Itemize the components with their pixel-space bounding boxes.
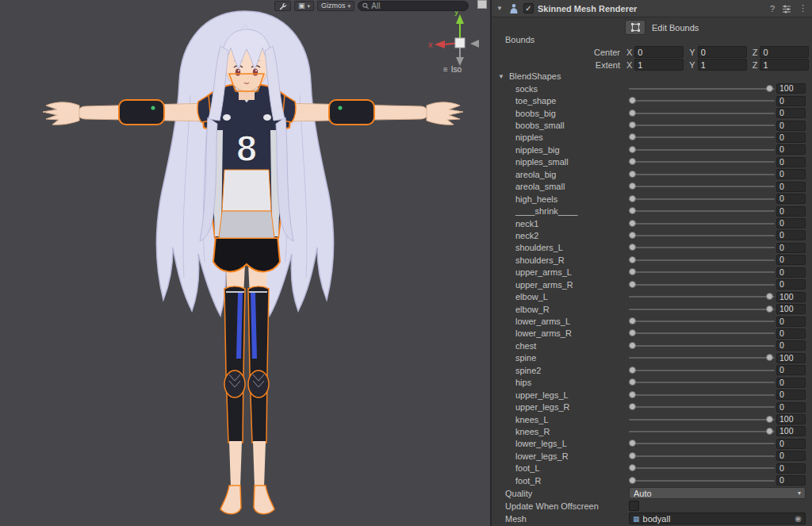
update-offscreen-checkbox[interactable] (629, 501, 639, 511)
blendshape-slider-handle[interactable] (766, 85, 773, 92)
blendshape-value-field[interactable]: 0 (776, 194, 806, 204)
blendshape-value-field[interactable]: 0 (776, 378, 806, 388)
mesh-object-field[interactable]: ▦ bodyall ◉ (629, 513, 806, 524)
blendshape-slider-handle[interactable] (629, 403, 636, 410)
character-model[interactable]: 8 (0, 0, 490, 526)
blendshape-slider[interactable] (629, 156, 775, 168)
blendshape-value-field[interactable]: 0 (776, 390, 806, 400)
blendshape-slider-handle[interactable] (629, 329, 636, 336)
blendshape-value-field[interactable]: 0 (776, 132, 806, 143)
blendshape-value-field[interactable]: 0 (776, 328, 806, 339)
blendshape-slider-handle[interactable] (766, 416, 773, 423)
blendshape-slider[interactable] (629, 242, 775, 254)
blendshape-slider-handle[interactable] (629, 367, 636, 374)
blendshape-slider[interactable] (629, 83, 775, 94)
blendshape-value-field[interactable]: 0 (776, 451, 806, 461)
scene-view[interactable]: 8 ▣ (0, 0, 490, 526)
blendshape-value-field[interactable]: 0 (776, 182, 806, 192)
gizmos-dropdown[interactable]: Gizmos ▾ (317, 1, 354, 11)
kebab-menu-icon[interactable]: ⋮ (799, 3, 807, 13)
blendshape-value-field[interactable]: 100 (776, 414, 806, 424)
scene-search-input[interactable] (371, 2, 464, 10)
blendshape-slider[interactable] (629, 438, 775, 450)
blendshape-slider-handle[interactable] (629, 452, 636, 459)
blendshape-slider-handle[interactable] (629, 220, 636, 227)
blendshape-slider[interactable] (629, 107, 775, 119)
blendshape-slider[interactable] (629, 291, 775, 303)
blendshape-value-field[interactable]: 0 (776, 255, 806, 265)
blendshape-slider-handle[interactable] (766, 354, 773, 361)
view-tool-button[interactable] (274, 1, 291, 11)
blendshape-slider-handle[interactable] (629, 97, 636, 104)
blendshape-slider[interactable] (629, 267, 775, 278)
scene-search-field[interactable] (358, 1, 469, 11)
blendshape-value-field[interactable]: 0 (776, 157, 806, 167)
blendshape-slider-handle[interactable] (629, 477, 636, 484)
projection-toggle[interactable]: ≡ Iso (443, 65, 462, 74)
blendshape-value-field[interactable]: 0 (776, 463, 806, 474)
blendshape-slider[interactable] (629, 352, 775, 364)
blendshape-slider[interactable] (629, 278, 775, 290)
blendshape-slider-handle[interactable] (629, 133, 636, 140)
blendshape-slider[interactable] (629, 377, 775, 389)
blendshape-slider-handle[interactable] (629, 195, 636, 202)
gizmo-center-cube[interactable] (455, 38, 465, 48)
blendshape-value-field[interactable]: 0 (776, 243, 806, 253)
blendshape-slider[interactable] (629, 474, 775, 486)
blendshape-slider[interactable] (629, 328, 775, 340)
blendshape-slider-handle[interactable] (629, 158, 636, 165)
blendshape-value-field[interactable]: 100 (776, 353, 806, 363)
presets-icon[interactable] (782, 4, 791, 13)
blendshape-slider-handle[interactable] (629, 244, 636, 251)
blendshape-slider-handle[interactable] (629, 464, 636, 471)
blendshape-value-field[interactable]: 0 (776, 439, 806, 449)
object-picker-icon[interactable]: ◉ (795, 514, 802, 523)
blendshape-slider[interactable] (629, 132, 775, 144)
blendshape-value-field[interactable]: 0 (776, 317, 806, 327)
right-axis-cone[interactable] (470, 40, 479, 48)
extent-y-field[interactable] (698, 59, 747, 71)
blendshape-slider-handle[interactable] (766, 293, 773, 300)
blendshape-slider[interactable] (629, 217, 775, 229)
blendshape-slider[interactable] (629, 254, 775, 266)
blendshape-slider[interactable] (629, 413, 775, 425)
blendshape-value-field[interactable]: 0 (776, 402, 806, 413)
blendshape-value-field[interactable]: 0 (776, 121, 806, 131)
quality-dropdown[interactable]: Auto ▾ (629, 487, 806, 499)
blendshape-value-field[interactable]: 0 (776, 475, 806, 486)
blendshape-slider-handle[interactable] (629, 342, 636, 349)
blendshape-value-field[interactable]: 0 (776, 230, 806, 240)
blendshapes-foldout[interactable]: ▼ BlendShapes (498, 71, 561, 81)
help-icon[interactable]: ? (770, 4, 775, 13)
blendshape-slider-handle[interactable] (629, 171, 636, 178)
blendshape-value-field[interactable]: 0 (776, 267, 806, 278)
blendshape-slider-handle[interactable] (629, 317, 636, 324)
center-z-field[interactable] (760, 46, 809, 58)
blendshape-slider[interactable] (629, 168, 775, 180)
blendshape-slider-handle[interactable] (629, 121, 636, 129)
foldout-arrow-icon[interactable]: ▼ (496, 5, 504, 12)
shading-mode-dropdown[interactable]: ▣ ▾ (294, 1, 314, 11)
blendshape-slider[interactable] (629, 463, 775, 474)
blendshape-value-field[interactable]: 100 (776, 426, 806, 436)
center-x-field[interactable] (634, 46, 684, 58)
blendshape-slider[interactable] (629, 401, 775, 413)
blendshape-slider-handle[interactable] (629, 391, 636, 398)
blendshape-slider-handle[interactable] (629, 182, 636, 190)
blendshape-slider-handle[interactable] (629, 256, 636, 263)
blendshape-slider-handle[interactable] (629, 207, 636, 214)
blendshape-slider-handle[interactable] (629, 378, 636, 386)
blendshape-value-field[interactable]: 0 (776, 144, 806, 155)
extent-x-field[interactable] (634, 59, 684, 71)
blendshape-slider[interactable] (629, 144, 775, 155)
edit-bounds-button[interactable] (625, 20, 645, 35)
blendshape-value-field[interactable]: 0 (776, 96, 806, 106)
blendshape-slider[interactable] (629, 389, 775, 401)
component-header[interactable]: ▼ ✓ Skinned Mesh Renderer ? ⋮ (492, 0, 812, 17)
blendshape-slider-handle[interactable] (629, 281, 636, 288)
blendshape-slider[interactable] (629, 193, 775, 205)
blendshape-slider[interactable] (629, 425, 775, 437)
blendshape-value-field[interactable]: 100 (776, 304, 806, 314)
blendshape-slider[interactable] (629, 316, 775, 328)
component-enabled-checkbox[interactable]: ✓ (523, 3, 534, 13)
